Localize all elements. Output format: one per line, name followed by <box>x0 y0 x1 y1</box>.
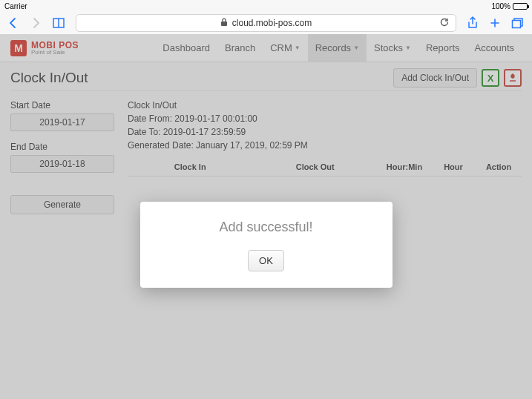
bookmarks-icon[interactable] <box>52 17 65 29</box>
share-icon[interactable] <box>467 16 479 30</box>
battery-icon <box>513 3 528 10</box>
new-tab-icon[interactable] <box>489 17 501 29</box>
tabs-icon[interactable] <box>511 17 525 29</box>
svg-rect-2 <box>513 21 521 28</box>
carrier-label: Carrier <box>4 2 27 10</box>
back-icon[interactable] <box>7 17 19 29</box>
svg-rect-0 <box>221 22 227 26</box>
battery-percent: 100% <box>491 2 510 10</box>
ios-status-bar: Carrier 100% <box>0 0 532 12</box>
url-bar[interactable]: cloud.mobi-pos.com <box>76 14 456 32</box>
reload-icon[interactable] <box>439 17 450 30</box>
safari-toolbar: cloud.mobi-pos.com <box>0 12 532 34</box>
forward-icon[interactable] <box>30 17 42 29</box>
url-text: cloud.mobi-pos.com <box>232 18 312 28</box>
modal-ok-button[interactable]: OK <box>248 250 284 271</box>
lock-icon <box>220 18 228 29</box>
modal-message: Add successful! <box>155 220 378 235</box>
success-modal: Add successful! OK <box>140 202 393 288</box>
